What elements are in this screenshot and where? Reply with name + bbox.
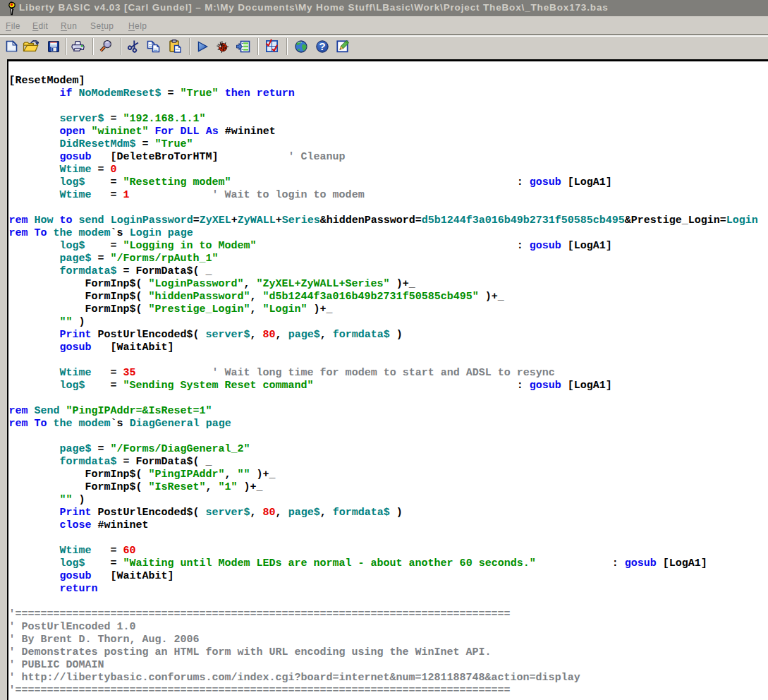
- svg-text:?: ?: [319, 40, 325, 52]
